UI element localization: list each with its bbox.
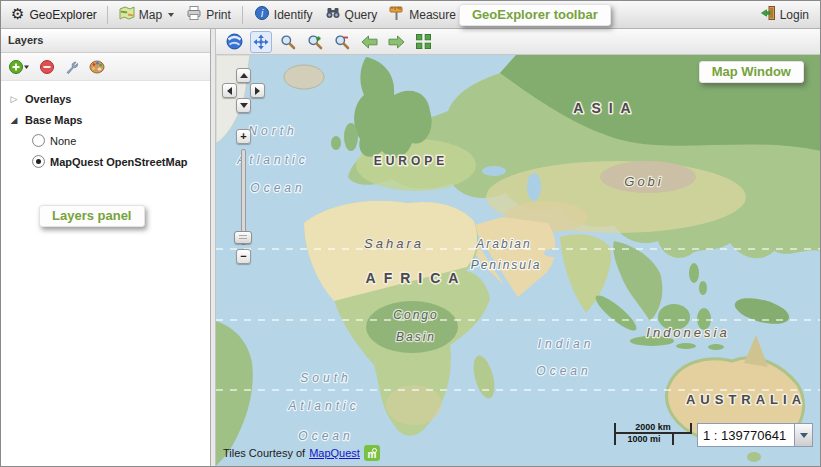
chevron-down-icon bbox=[800, 433, 808, 438]
login-door-icon bbox=[760, 5, 776, 24]
tree-node-base-maps[interactable]: ◢ Base Maps bbox=[1, 109, 210, 130]
map-label-africa: AFRICA bbox=[366, 270, 467, 286]
layers-panel-callout-label: Layers panel bbox=[39, 205, 145, 227]
map-label-gobi: Gobi bbox=[624, 174, 663, 189]
add-layer-button[interactable] bbox=[8, 59, 30, 75]
zoom-out-slider-button[interactable]: − bbox=[236, 249, 251, 264]
base-map-option-mapquest[interactable]: MapQuest OpenStreetMap bbox=[1, 151, 210, 172]
map-label-ocean-i: Ocean bbox=[536, 364, 591, 378]
zoom-slider-handle[interactable] bbox=[234, 231, 252, 244]
down-arrow-icon bbox=[240, 103, 248, 108]
map-viewport[interactable]: ASIA EUROPE Gobi North Atlantic Ocean Sa… bbox=[216, 55, 820, 466]
chevron-down-icon bbox=[168, 13, 174, 17]
map-label-ocean-n: Ocean bbox=[250, 181, 305, 195]
map-label-ocean-s: Ocean bbox=[298, 429, 353, 443]
map-label-atlantic-s: Atlantic bbox=[287, 399, 359, 413]
pan-right-button[interactable] bbox=[250, 83, 265, 98]
mapquest-link[interactable]: MapQuest bbox=[309, 447, 360, 459]
layers-panel: Layers ▷ Overlays bbox=[1, 29, 211, 466]
plus-icon: + bbox=[240, 131, 246, 142]
map-toolbar bbox=[216, 29, 820, 55]
map-attribution: Tiles Courtesy of MapQuest m bbox=[223, 445, 380, 461]
map-label-atlantic-n: Atlantic bbox=[236, 153, 308, 167]
map-label-europe: EUROPE bbox=[374, 154, 449, 168]
zoom-in-button[interactable] bbox=[304, 31, 326, 53]
tree-node-overlays[interactable]: ▷ Overlays bbox=[1, 88, 210, 109]
scale-combo-value[interactable]: 1 : 139770641 bbox=[697, 423, 795, 447]
map-window-callout-label: Map Window bbox=[699, 61, 804, 83]
info-icon: i bbox=[254, 5, 270, 24]
previous-extent-button[interactable] bbox=[358, 31, 380, 53]
map-label-asia: ASIA bbox=[573, 100, 638, 116]
toolbar-separator bbox=[107, 6, 108, 24]
map-menu-icon bbox=[119, 5, 135, 24]
map-menu-button[interactable]: Map bbox=[114, 3, 179, 26]
layer-styles-palette-button[interactable] bbox=[89, 59, 105, 75]
map-label-arabian: Arabian bbox=[475, 237, 531, 251]
map-pane: ASIA EUROPE Gobi North Atlantic Ocean Sa… bbox=[216, 29, 820, 466]
app-brand: ⚙ GeoExplorer bbox=[7, 7, 101, 22]
geoexplorer-app: ⚙ GeoExplorer Map Print i Identify Query… bbox=[0, 0, 821, 467]
binoculars-icon bbox=[325, 5, 341, 24]
top-toolbar: ⚙ GeoExplorer Map Print i Identify Query… bbox=[1, 1, 820, 29]
pan-down-button[interactable] bbox=[236, 98, 251, 113]
scale-bar: 2000 km 1000 mi bbox=[614, 423, 692, 445]
map-label-basin: Basin bbox=[396, 330, 436, 344]
attribution-text: Tiles Courtesy of bbox=[223, 447, 305, 459]
remove-layer-button[interactable] bbox=[39, 59, 55, 75]
app-title: GeoExplorer bbox=[29, 8, 96, 22]
caret-collapsed-icon[interactable]: ▷ bbox=[8, 94, 20, 104]
base-map-option-none[interactable]: None bbox=[1, 130, 210, 151]
radio-checked-icon[interactable] bbox=[32, 155, 45, 168]
layer-properties-wrench-button[interactable] bbox=[64, 59, 80, 75]
print-button[interactable]: Print bbox=[181, 3, 236, 26]
pan-up-button[interactable] bbox=[236, 68, 251, 83]
zoom-in-slider-button[interactable]: + bbox=[236, 129, 251, 144]
map-label-congo: Congo bbox=[393, 308, 438, 322]
left-arrow-icon bbox=[227, 87, 232, 95]
google-earth-button[interactable] bbox=[223, 31, 245, 53]
query-button[interactable]: Query bbox=[320, 3, 383, 26]
pan-tool-button[interactable] bbox=[250, 31, 272, 53]
map-label-indonesia: Indonesia bbox=[646, 325, 729, 340]
map-label-peninsula: Peninsula bbox=[471, 258, 542, 272]
caret-expanded-icon[interactable]: ◢ bbox=[8, 115, 20, 125]
scale-combo-dropdown-button[interactable] bbox=[795, 423, 813, 447]
map-label-sahara: Sahara bbox=[364, 236, 424, 251]
scale-bar-mi: 1000 mi bbox=[614, 434, 674, 445]
map-label-australia: AUSTRALIA bbox=[686, 392, 806, 407]
main-area: Layers ▷ Overlays bbox=[1, 29, 820, 466]
map-label-south: South bbox=[300, 371, 351, 385]
scale-combo: 1 : 139770641 bbox=[697, 423, 813, 447]
toolbar-separator bbox=[242, 6, 243, 24]
printer-icon bbox=[186, 5, 202, 24]
right-arrow-icon bbox=[255, 87, 260, 95]
map-label-north: North bbox=[248, 124, 297, 138]
layers-tree: ▷ Overlays ◢ Base Maps None MapQuest Ope… bbox=[1, 81, 210, 179]
up-arrow-icon bbox=[240, 73, 248, 78]
minus-icon: − bbox=[240, 251, 246, 262]
geoexplorer-gear-icon: ⚙ bbox=[11, 7, 24, 22]
maximize-map-button[interactable] bbox=[412, 31, 434, 53]
ruler-icon bbox=[389, 5, 405, 24]
world-map-svg: ASIA EUROPE Gobi North Atlantic Ocean Sa… bbox=[216, 55, 820, 466]
mapquest-logo-icon: m bbox=[364, 445, 380, 461]
layers-panel-toolbar bbox=[1, 53, 210, 81]
login-button[interactable]: Login bbox=[755, 3, 814, 26]
zoom-tool-button[interactable] bbox=[277, 31, 299, 53]
next-extent-button[interactable] bbox=[385, 31, 407, 53]
radio-unchecked-icon[interactable] bbox=[32, 134, 45, 147]
zoom-out-button[interactable] bbox=[331, 31, 353, 53]
identify-button[interactable]: i Identify bbox=[249, 3, 318, 26]
pan-left-button[interactable] bbox=[222, 83, 237, 98]
toolbar-callout-label: GeoExplorer toolbar bbox=[459, 4, 611, 26]
map-label-indian: Indian bbox=[538, 337, 595, 351]
scale-bar-km: 2000 km bbox=[614, 423, 692, 434]
layers-panel-header: Layers bbox=[1, 29, 210, 53]
